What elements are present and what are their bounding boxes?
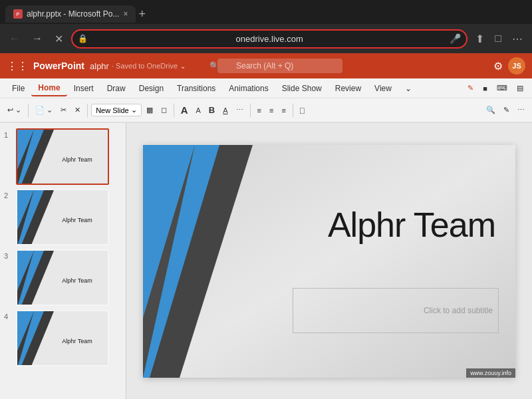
new-slide-label: New Slide (96, 106, 129, 114)
shapes-button[interactable]: ⎕ (297, 104, 308, 116)
slide-number-4: 4 (4, 313, 12, 321)
draw-toolbar-btn[interactable]: ✎ (464, 82, 477, 94)
slide-thumbnail-1[interactable]: Alphr Team (16, 128, 109, 185)
present-btn[interactable]: ▤ (513, 82, 527, 94)
list-item[interactable]: 3 Alphr Team (4, 249, 122, 306)
slide-thumbnail-2[interactable]: Alphr Team (16, 189, 109, 245)
slide-number-2: 2 (4, 192, 12, 200)
sep5 (293, 104, 293, 117)
list-item[interactable]: 2 Alphr Team (4, 189, 122, 245)
format-painter[interactable]: ✂ (57, 104, 70, 116)
menu-more[interactable]: ⌄ (398, 81, 418, 96)
status-bar: www.zouuy.info (466, 368, 515, 378)
file-chevron-icon[interactable]: ⌄ (180, 63, 186, 70)
ink-btn[interactable]: ■ (479, 82, 491, 94)
subtitle-placeholder-text: Click to add subtitle (424, 306, 493, 315)
slide-content: Alphr Team Click to add subtitle (143, 145, 515, 378)
toolbar-right: 🔍 ✎ ⋯ (483, 104, 528, 116)
search-wrap: 🔍 (204, 59, 404, 73)
svg-text:Alphr Team: Alphr Team (62, 338, 92, 344)
profile-button[interactable]: □ (491, 30, 505, 48)
apps-grid-icon[interactable]: ⋮⋮ (7, 60, 28, 72)
lock-icon: 🔒 (78, 34, 88, 43)
menu-file[interactable]: File (5, 81, 31, 96)
sep3 (174, 104, 174, 117)
more-font-btn[interactable]: ⋯ (233, 104, 247, 116)
tab-favicon: P (13, 9, 23, 19)
address-bar-container: 🔒 🎤 (71, 29, 467, 49)
find-button[interactable]: 🔍 (483, 104, 499, 116)
slide-thumbnail-4[interactable]: Alphr Team (16, 310, 109, 366)
ribbon: File Home Insert Draw Design Transitions… (0, 78, 532, 123)
menu-slideshow[interactable]: Slide Show (275, 81, 329, 96)
underline-button[interactable]: A (219, 104, 231, 116)
pen-tool-button[interactable]: ✎ (500, 104, 513, 116)
mic-icon[interactable]: 🎤 (450, 33, 461, 44)
toolbar: ↩ ⌄ 📄 ⌄ ✂ ✕ New Slide ⌄ ▩ ◻ A A B A ⋯ ≡ … (0, 98, 532, 122)
slide-thumbnail-3[interactable]: Alphr Team (16, 249, 109, 306)
align-button[interactable]: ≡ (278, 104, 289, 116)
clear-format[interactable]: ✕ (71, 104, 84, 116)
font-size-small[interactable]: A (193, 104, 204, 116)
comment-btn[interactable]: ⌨ (493, 82, 511, 94)
settings-icon[interactable]: ⚙ (493, 60, 503, 72)
nav-bar: ← → ✕ 🔒 🎤 ⬆ □ ⋯ (0, 24, 532, 53)
bold-button[interactable]: B (205, 103, 218, 117)
app-bar-right: ⚙ JS (493, 57, 525, 74)
new-slide-chevron: ⌄ (131, 106, 137, 114)
sep1 (28, 104, 29, 117)
avatar[interactable]: JS (508, 57, 525, 74)
new-slide-button[interactable]: New Slide ⌄ (91, 104, 142, 116)
tab-close-button[interactable]: × (123, 9, 128, 19)
svg-text:Alphr Team: Alphr Team (62, 156, 92, 163)
numbering-button[interactable]: ≡ (266, 104, 277, 116)
bullets-button[interactable]: ≡ (254, 104, 265, 116)
search-input[interactable] (217, 59, 342, 73)
slide-number-3: 3 (4, 252, 12, 260)
svg-text:Alphr Team: Alphr Team (62, 217, 92, 223)
file-name: alphr · Saved to OneDrive ⌄ (90, 61, 186, 71)
subtitle-placeholder[interactable]: Click to add subtitle (293, 288, 499, 333)
file-button[interactable]: 📄 ⌄ (32, 104, 56, 116)
slide-canvas-area: Alphr Team Click to add subtitle www.zou… (126, 123, 532, 399)
forward-button[interactable]: → (28, 30, 47, 47)
menu-draw[interactable]: Draw (100, 81, 132, 96)
list-item[interactable]: 4 Alphr Team (4, 310, 122, 366)
font-size-large[interactable]: A (178, 102, 192, 118)
tab-title: alphr.pptx - Microsoft Po... (27, 9, 119, 19)
reset-button[interactable]: ◻ (158, 104, 170, 116)
menu-home[interactable]: Home (31, 80, 66, 96)
slide-panel: 1 Alphr Team 2 (0, 123, 126, 399)
main-area: 1 Alphr Team 2 (0, 123, 532, 399)
undo-button[interactable]: ↩ ⌄ (4, 104, 25, 116)
more-button[interactable]: ⋯ (508, 30, 527, 48)
menu-design[interactable]: Design (132, 81, 170, 96)
sep4 (250, 104, 251, 117)
app-bar: ⋮⋮ PowerPoint alphr · Saved to OneDrive … (0, 53, 532, 78)
tab-bar: P alphr.pptx - Microsoft Po... × + (0, 0, 532, 24)
menu-animations[interactable]: Animations (222, 81, 275, 96)
menu-bar: File Home Insert Draw Design Transitions… (0, 78, 532, 98)
new-tab-button[interactable]: + (138, 7, 146, 21)
layout-button[interactable]: ▩ (143, 104, 156, 116)
back-button[interactable]: ← (5, 30, 24, 47)
slide-number-1: 1 (4, 131, 12, 139)
svg-text:Alphr Team: Alphr Team (62, 277, 92, 284)
address-bar[interactable] (71, 29, 467, 49)
sep2 (87, 104, 88, 117)
toolbar-more-button[interactable]: ⋯ (514, 104, 528, 116)
menu-insert[interactable]: Insert (67, 81, 100, 96)
slide-title[interactable]: Alphr Team (328, 205, 495, 245)
slide-main[interactable]: Alphr Team Click to add subtitle www.zou… (143, 145, 515, 378)
saved-status: · Saved to OneDrive (112, 62, 178, 70)
menu-view[interactable]: View (368, 81, 398, 96)
active-tab[interactable]: P alphr.pptx - Microsoft Po... × (5, 5, 136, 23)
menu-transitions[interactable]: Transitions (170, 81, 222, 96)
share-button[interactable]: ⬆ (471, 30, 488, 48)
app-name: PowerPoint (33, 61, 84, 71)
refresh-button[interactable]: ✕ (51, 30, 67, 48)
nav-right-buttons: ⬆ □ ⋯ (471, 30, 527, 48)
menu-review[interactable]: Review (329, 81, 368, 96)
list-item[interactable]: 1 Alphr Team (4, 128, 122, 185)
